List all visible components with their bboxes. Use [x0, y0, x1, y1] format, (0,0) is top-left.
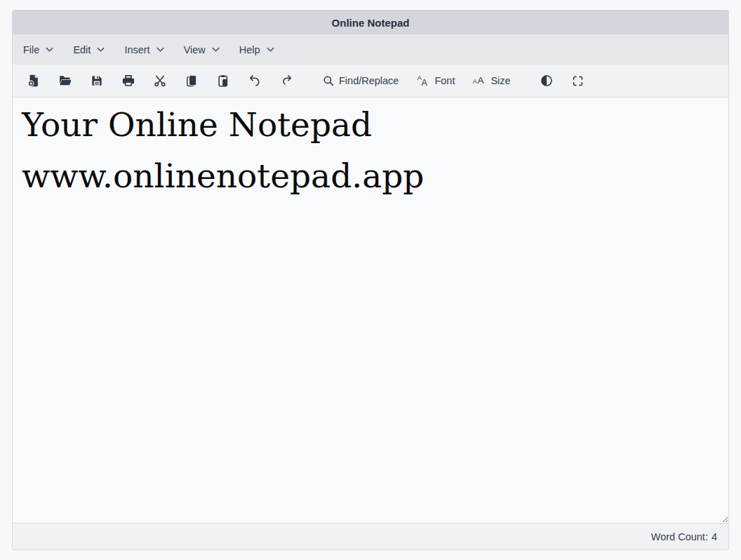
menu-insert-label: Insert: [124, 44, 149, 55]
menu-help-label: Help: [239, 44, 260, 55]
fullscreen-button[interactable]: [567, 72, 589, 91]
menu-bar: File Edit Insert View Help: [13, 34, 728, 65]
chevron-down-icon: [155, 44, 166, 55]
copy-button[interactable]: [180, 71, 203, 91]
chevron-down-icon: [44, 44, 55, 55]
fullscreen-icon: [571, 74, 585, 88]
word-count-value: 4: [712, 531, 717, 542]
menu-view-label: View: [184, 44, 206, 55]
redo-icon: [279, 74, 293, 88]
cut-button[interactable]: [149, 71, 171, 91]
menu-view[interactable]: View: [182, 43, 222, 57]
page-title: Online Notepad: [332, 17, 410, 29]
paste-icon: [216, 74, 230, 88]
open-file-button[interactable]: [54, 71, 76, 91]
redo-button[interactable]: [275, 71, 298, 91]
cut-icon: [153, 74, 167, 88]
menu-file[interactable]: File: [22, 43, 56, 57]
svg-text:A: A: [422, 78, 428, 88]
size-button[interactable]: A A Size: [468, 71, 514, 91]
editor-area: Your Online Notepad www.onlinenotepad.ap…: [13, 98, 728, 523]
chevron-down-icon: [211, 44, 221, 55]
svg-text:A: A: [478, 75, 484, 86]
find-replace-button[interactable]: Find/Replace: [318, 72, 403, 90]
size-label: Size: [490, 75, 510, 86]
text-size-icon: A A: [472, 74, 486, 88]
chevron-down-icon: [95, 44, 106, 55]
font-button[interactable]: A A Font: [412, 71, 459, 91]
menu-edit[interactable]: Edit: [72, 43, 107, 57]
toolbar: Find/Replace A A Font A A Size: [13, 65, 728, 98]
menu-insert[interactable]: Insert: [123, 43, 166, 57]
copy-icon: [185, 74, 199, 88]
font-label: Font: [434, 75, 455, 86]
online-notepad-window: Online Notepad File Edit Insert View: [12, 10, 729, 550]
open-folder-icon: [58, 74, 72, 88]
undo-button[interactable]: [243, 71, 266, 91]
save-button[interactable]: [86, 71, 108, 91]
print-icon: [121, 74, 135, 88]
find-replace-label: Find/Replace: [339, 75, 399, 86]
note-textarea[interactable]: Your Online Notepad www.onlinenotepad.ap…: [13, 98, 728, 523]
paste-button[interactable]: [212, 71, 234, 91]
word-count-label: Word Count:: [651, 531, 708, 542]
new-file-button[interactable]: [22, 71, 45, 91]
new-file-icon: [27, 74, 41, 88]
print-button[interactable]: [117, 71, 140, 91]
menu-file-label: File: [23, 44, 39, 55]
search-icon: [322, 74, 335, 87]
menu-help[interactable]: Help: [238, 43, 277, 57]
undo-icon: [248, 74, 262, 88]
chevron-down-icon: [265, 44, 276, 55]
menu-edit-label: Edit: [73, 44, 91, 55]
theme-toggle-button[interactable]: [535, 71, 558, 91]
contrast-icon: [540, 74, 554, 88]
font-icon: A A: [416, 74, 430, 88]
save-icon: [90, 74, 104, 88]
status-bar: Word Count: 4: [13, 523, 728, 549]
title-bar: Online Notepad: [13, 11, 728, 34]
